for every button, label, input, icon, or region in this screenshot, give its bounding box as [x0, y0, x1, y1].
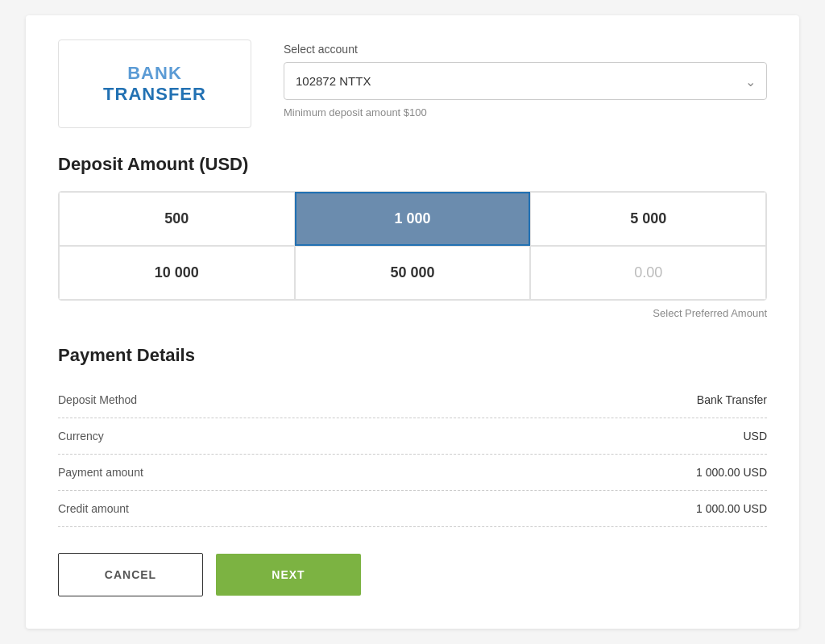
preferred-amount-label: Select Preferred Amount	[58, 307, 767, 319]
payment-details-section: Payment Details Deposit Method Bank Tran…	[58, 345, 767, 527]
logo-line2: TRANSFER	[103, 84, 206, 105]
detail-row-method: Deposit Method Bank Transfer	[58, 382, 767, 418]
account-select[interactable]: 102872 NTTX	[284, 62, 767, 100]
amount-5000[interactable]: 5 000	[530, 192, 766, 246]
detail-row-credit-amount: Credit amount 1 000.00 USD	[58, 491, 767, 527]
amount-1000[interactable]: 1 000	[295, 192, 531, 246]
detail-label-currency: Currency	[58, 430, 104, 442]
min-deposit-note: Minimum deposit amount $100	[284, 106, 767, 118]
detail-label-method: Deposit Method	[58, 393, 137, 406]
deposit-amount-section: Deposit Amount (USD) 500 1 000 5 000 10 …	[58, 154, 767, 319]
header-section: BANK TRANSFER Select account 102872 NTTX…	[58, 39, 767, 128]
amount-grid: 500 1 000 5 000 10 000 50 000 0.00	[58, 191, 767, 301]
amount-50000[interactable]: 50 000	[295, 246, 531, 300]
amount-10000[interactable]: 10 000	[59, 246, 295, 300]
amount-500[interactable]: 500	[59, 192, 295, 246]
select-wrapper: 102872 NTTX ⌄	[284, 62, 767, 100]
detail-row-currency: Currency USD	[58, 418, 767, 455]
bank-transfer-logo: BANK TRANSFER	[58, 39, 251, 128]
detail-value-method: Bank Transfer	[697, 393, 767, 406]
account-select-section: Select account 102872 NTTX ⌄ Minimum dep…	[284, 39, 767, 118]
action-buttons: CANCEL NEXT	[58, 553, 767, 596]
logo-text: BANK TRANSFER	[103, 63, 206, 106]
amount-custom[interactable]: 0.00	[530, 246, 766, 300]
detail-value-payment-amount: 1 000.00 USD	[696, 466, 767, 479]
main-card: BANK TRANSFER Select account 102872 NTTX…	[26, 15, 799, 629]
detail-value-currency: USD	[743, 430, 767, 442]
detail-label-credit-amount: Credit amount	[58, 502, 129, 515]
detail-label-payment-amount: Payment amount	[58, 466, 143, 479]
next-button[interactable]: NEXT	[216, 554, 361, 596]
select-account-label: Select account	[284, 43, 767, 56]
payment-details-title: Payment Details	[58, 345, 767, 366]
deposit-amount-title: Deposit Amount (USD)	[58, 154, 767, 175]
logo-line1: BANK	[103, 63, 206, 84]
cancel-button[interactable]: CANCEL	[58, 553, 203, 596]
detail-value-credit-amount: 1 000.00 USD	[696, 502, 767, 515]
detail-row-payment-amount: Payment amount 1 000.00 USD	[58, 455, 767, 491]
